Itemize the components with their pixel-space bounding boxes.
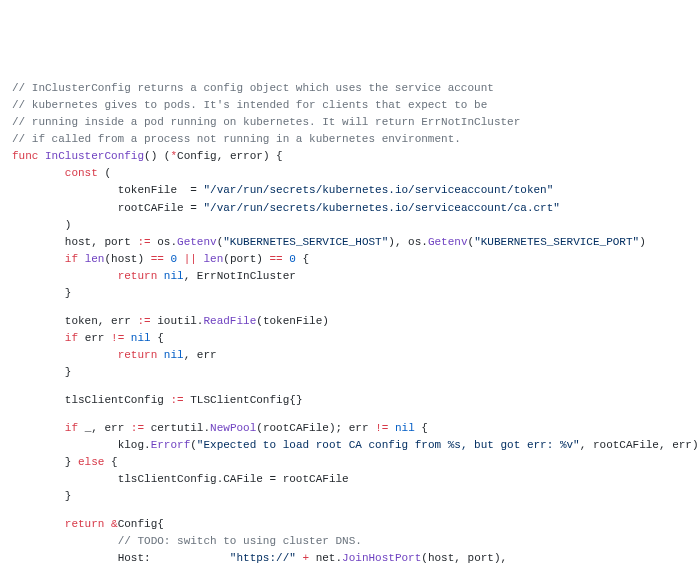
if-pool-check: if _, err := certutil.NewPool(rootCAFile… <box>12 420 688 437</box>
blank-line <box>12 409 688 420</box>
token-read: token, err := ioutil.ReadFile(tokenFile) <box>12 313 688 330</box>
blank-line <box>12 505 688 516</box>
brace-close: } <box>12 364 688 381</box>
klog-errorf: klog.Errorf("Expected to load root CA co… <box>12 437 688 454</box>
const-rootcafile: rootCAFile = "/var/run/secrets/kubernete… <box>12 200 688 217</box>
comment-line: // if called from a process not running … <box>12 131 688 148</box>
return-nil-err: return nil, err <box>12 347 688 364</box>
else-branch: } else { <box>12 454 688 471</box>
const-open: const ( <box>12 165 688 182</box>
comment-line: // InClusterConfig returns a config obje… <box>12 80 688 97</box>
blank-line <box>12 381 688 392</box>
brace-close: } <box>12 285 688 302</box>
cafile-assign: tlsClientConfig.CAFile = rootCAFile <box>12 471 688 488</box>
brace-close: } <box>12 488 688 505</box>
return-errnotincluster: return nil, ErrNotInCluster <box>12 268 688 285</box>
tls-decl: tlsClientConfig := TLSClientConfig{} <box>12 392 688 409</box>
func-decl: func InClusterConfig() (*Config, error) … <box>12 148 688 165</box>
if-lencheck: if len(host) == 0 || len(port) == 0 { <box>12 251 688 268</box>
const-close: ) <box>12 217 688 234</box>
config-host: Host: "https://" + net.JoinHostPort(host… <box>12 550 688 567</box>
const-tokenfile: tokenFile = "/var/run/secrets/kubernetes… <box>12 182 688 199</box>
return-config: return &Config{ <box>12 516 688 533</box>
comment-line: // running inside a pod running on kuber… <box>12 114 688 131</box>
if-err-check: if err != nil { <box>12 330 688 347</box>
comment-line: // kubernetes gives to pods. It's intend… <box>12 97 688 114</box>
code-block: // InClusterConfig returns a config obje… <box>12 80 688 570</box>
todo-comment: // TODO: switch to using cluster DNS. <box>12 533 688 550</box>
hostport-decl: host, port := os.Getenv("KUBERNETES_SERV… <box>12 234 688 251</box>
blank-line <box>12 302 688 313</box>
